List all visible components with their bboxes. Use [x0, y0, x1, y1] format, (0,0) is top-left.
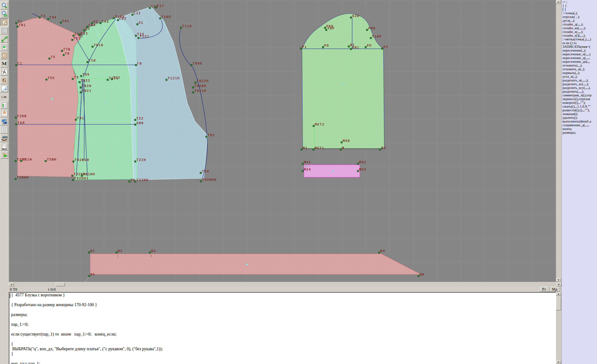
- command-item[interactable]: { }: [562, 4, 597, 8]
- scroll-right-button[interactable]: ►: [557, 283, 562, 286]
- canvas-vertical-scrollbar[interactable]: ▲▼: [556, 0, 562, 282]
- command-item[interactable]: разделить(,,,,);: [562, 90, 597, 93]
- pattern-point[interactable]: [155, 7, 157, 8]
- command-item[interactable]: поворот((),,,"");: [562, 101, 597, 104]
- pattern-point[interactable]: [134, 124, 136, 126]
- command-item[interactable]: пересечение_н(,,,,): [562, 52, 597, 56]
- command-item[interactable]: := ;: [562, 0, 597, 4]
- pattern-point[interactable]: [63, 54, 65, 56]
- pattern-point[interactable]: [381, 47, 383, 49]
- toolbar-photo-model-button[interactable]: [0, 110, 8, 117]
- pattern-point[interactable]: [378, 252, 380, 253]
- pattern-point[interactable]: [88, 275, 90, 277]
- toolbar-alg-document-button[interactable]: ALG: [0, 143, 8, 150]
- toolbar-ruler-button[interactable]: 8: [0, 85, 8, 92]
- command-item[interactable]: если () то: [562, 41, 597, 45]
- editor-scroll-down-button[interactable]: ▼: [556, 360, 561, 364]
- toolbar-sheet-pattern-button[interactable]: [0, 43, 8, 51]
- pattern-point[interactable]: [350, 16, 352, 18]
- command-item[interactable]: сплайн_д(,,,,);: [562, 22, 597, 26]
- pattern-point[interactable]: [190, 64, 192, 66]
- pattern-point[interactable]: [16, 26, 18, 28]
- pattern-point[interactable]: [132, 14, 134, 16]
- pattern-point[interactable]: [195, 82, 196, 84]
- command-item[interactable]: сплайн_к[](,,,,);: [562, 34, 597, 37]
- pattern-point[interactable]: [79, 81, 80, 83]
- command-item[interactable]: пересечение_д(,,,,,: [562, 56, 597, 60]
- pattern-point[interactable]: [20, 160, 22, 162]
- pattern-point[interactable]: [200, 172, 202, 174]
- md-button[interactable]: Мд: [550, 287, 560, 292]
- pattern-point[interactable]: [134, 181, 136, 182]
- pattern-point[interactable]: [300, 47, 302, 49]
- toolbar-grid-button[interactable]: [0, 27, 8, 34]
- toolbar-hand-pointer-button[interactable]: [0, 151, 8, 159]
- toolbar-measure-segment-button[interactable]: [0, 35, 8, 43]
- pattern-point[interactable]: [16, 123, 17, 125]
- toolbar-pattern-card-button[interactable]: [0, 52, 8, 59]
- pattern-point[interactable]: [366, 29, 368, 31]
- pattern-point[interactable]: [80, 87, 82, 88]
- command-item[interactable]: :=точка(,);: [562, 11, 597, 15]
- pattern-point[interactable]: [357, 170, 359, 172]
- pattern-point[interactable]: [72, 160, 74, 162]
- pattern-point[interactable]: [39, 16, 40, 18]
- pattern-point[interactable]: [135, 64, 137, 66]
- pattern-point[interactable]: [379, 149, 381, 150]
- command-item[interactable]: нормаль(,,);: [562, 71, 597, 75]
- command-item[interactable]: размеры;: [562, 131, 597, 135]
- toolbar-module-g-button[interactable]: G: [0, 77, 8, 84]
- command-item[interactable]: сопряжение_д(,,,,,: [562, 123, 597, 127]
- pattern-point[interactable]: [48, 58, 50, 60]
- pattern-point[interactable]: [134, 119, 136, 121]
- piece-sleeve[interactable]: [302, 14, 384, 149]
- pattern-point[interactable]: [418, 275, 420, 277]
- pattern-point[interactable]: [117, 19, 119, 21]
- pattern-point[interactable]: [370, 37, 372, 39]
- pattern-point[interactable]: [100, 22, 102, 24]
- pattern-point[interactable]: [301, 149, 302, 150]
- command-item[interactable]: :=метка(точка(,),,,,): [562, 37, 597, 41]
- piece-collar-strip[interactable]: [90, 254, 421, 274]
- toolbar-zoom-area-button[interactable]: [0, 10, 8, 18]
- toolbar-module-m-button[interactable]: M: [0, 60, 8, 68]
- canvas-horizontal-scrollbar[interactable]: ◄►: [9, 282, 562, 286]
- pattern-point[interactable]: [80, 75, 82, 77]
- pattern-point[interactable]: [149, 7, 151, 9]
- pattern-point[interactable]: [47, 18, 49, 20]
- pattern-point[interactable]: [348, 46, 350, 47]
- scroll-down-button[interactable]: ▼: [556, 278, 561, 282]
- pattern-point[interactable]: [135, 35, 137, 37]
- pattern-point[interactable]: [107, 79, 109, 81]
- pattern-point[interactable]: [357, 163, 359, 165]
- pattern-point[interactable]: [80, 91, 82, 93]
- pattern-point[interactable]: [325, 29, 327, 31]
- pattern-point[interactable]: [45, 160, 47, 162]
- pattern-point[interactable]: [60, 22, 62, 24]
- piece-back-bodice[interactable]: [17, 17, 81, 177]
- pattern-point[interactable]: [341, 141, 343, 143]
- command-item[interactable]: пересечение_дн(,,,: [562, 60, 597, 63]
- pattern-point[interactable]: [79, 34, 80, 36]
- toolbar-zoom-in-button[interactable]: [0, 2, 8, 9]
- command-item[interactable]: отрезок( , );: [562, 15, 597, 19]
- pattern-point[interactable]: [192, 87, 194, 88]
- pattern-point[interactable]: [15, 178, 16, 180]
- pattern-point[interactable]: [83, 29, 85, 31]
- command-item[interactable]: развести((),(),,,"");: [562, 108, 597, 112]
- pattern-point[interactable]: [92, 46, 94, 47]
- scrollbar-thumb[interactable]: [556, 296, 561, 310]
- command-item[interactable]: сплайн_к(,,,,);: [562, 30, 597, 34]
- pattern-point[interactable]: [192, 91, 194, 93]
- command-item[interactable]: дуга(,,,);: [562, 19, 597, 22]
- command-item[interactable]: конец;: [562, 127, 597, 131]
- pattern-point[interactable]: [200, 180, 202, 182]
- toolbar-books-button[interactable]: [0, 135, 8, 142]
- pattern-point[interactable]: [15, 117, 17, 119]
- scroll-left-button[interactable]: ◄: [9, 283, 14, 286]
- pattern-point[interactable]: [116, 252, 118, 253]
- command-item[interactable]: [ ]: [562, 8, 597, 11]
- command-item[interactable]: ЗАПИСАТЬ(имя=(: [562, 45, 597, 48]
- drawing-canvas[interactable]: Т1Т01Т3Т44Т41ТТ8Т8Т5Г1Т55Т20ВТАЛТ20НТ21Н…: [9, 0, 556, 282]
- pattern-point[interactable]: [75, 119, 77, 121]
